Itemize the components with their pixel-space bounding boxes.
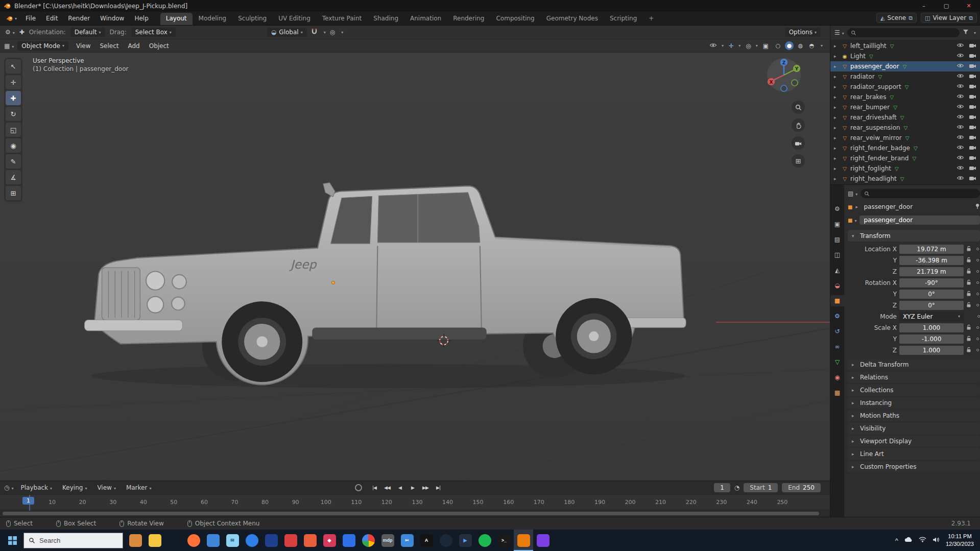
previous-keyframe-button[interactable]: ◀◀ [381,483,393,492]
hide-in-viewport-icon[interactable] [957,124,964,131]
chevron-down-icon[interactable]: ▾ [324,30,326,35]
outliner-search-field[interactable] [847,28,960,37]
volume-icon[interactable] [933,537,940,544]
editor-type-icon[interactable]: ▤▾ [848,190,857,197]
outliner-item[interactable]: ▸ ◉ Light ▽ [830,51,980,61]
disable-in-renders-icon[interactable] [969,53,976,60]
disable-in-renders-icon[interactable] [969,73,976,80]
tab-modifiers[interactable]: ⚙ [830,310,844,322]
taskbar-icon-file-explorer[interactable] [145,530,164,551]
taskbar-icon-security[interactable] [300,530,320,551]
timeline-menu-item[interactable]: View▾ [92,482,121,493]
navigation-gizmo[interactable]: Z Y X [766,57,802,93]
properties-section-header[interactable]: ▸ Line Art [848,448,980,460]
window-maximize-button[interactable]: ▢ [935,0,958,12]
hide-in-viewport-icon[interactable] [957,165,964,172]
animate-property-dot[interactable] [976,281,979,284]
show-hidden-icons-chevron[interactable]: ^ [895,537,898,544]
hide-in-viewport-icon[interactable] [957,73,964,80]
next-keyframe-button[interactable]: ▶▶ [420,483,431,492]
shading-material-icon[interactable]: ◍ [796,41,805,50]
auto-keying-toggle[interactable] [355,484,362,491]
number-field[interactable]: 19.072 m [899,245,964,254]
disable-in-renders-icon[interactable] [969,175,976,182]
lock-icon[interactable] [966,257,971,264]
taskbar-icon-steam[interactable] [436,530,456,551]
lock-icon[interactable] [966,246,971,253]
menubar-item[interactable]: Window [95,13,129,24]
taskbar-icon-contacts-folder[interactable] [126,530,145,551]
transform-orientation-dropdown[interactable]: ◒ Global▾ [267,28,307,37]
lock-icon[interactable] [966,347,971,354]
outliner-item[interactable]: ▸ ▽ right_headlight ▽ [830,174,980,184]
animate-property-dot[interactable] [976,304,979,306]
taskbar-icon-media-player[interactable]: mdp [378,530,397,551]
outliner-item[interactable]: ▸ ▽ passenger_door ▽ [830,61,980,71]
outliner-item[interactable]: ▸ ▽ radiator ▽ [830,71,980,82]
view-layer-selector[interactable]: ◫ View Layer ⧉ [921,13,977,23]
editor-type-icon[interactable]: ⚙▾ [5,29,15,36]
play-button[interactable]: ▶ [407,483,418,492]
window-close-button[interactable]: ✕ [958,0,980,12]
number-field[interactable]: -36.398 m [899,256,964,265]
tool-measure[interactable]: ∡ [6,170,21,184]
tool-tweak-select[interactable]: ↖ [6,59,21,74]
tool-cursor[interactable]: ✛ [6,75,21,89]
editor-type-icon[interactable]: ▦▾ [4,42,14,50]
camera-view-button[interactable] [792,136,805,150]
animate-property-dot[interactable] [976,270,979,273]
blender-menu-button[interactable]: ▾ [3,12,20,25]
taskbar-clock[interactable]: 10:11 PM 12/30/2023 [946,533,974,548]
tab-tool[interactable]: ⚙ [830,203,844,214]
new-scene-icon[interactable]: ⧉ [909,15,913,21]
tab-scene[interactable]: ◭ [830,265,844,276]
animate-property-dot[interactable] [976,248,979,250]
outliner-item[interactable]: ▸ ▽ rear_suspension ▽ [830,123,980,133]
number-field[interactable]: 21.719 m [899,267,964,276]
disable-in-renders-icon[interactable] [969,63,976,70]
chevron-down-icon[interactable]: ▾ [974,31,976,35]
viewport-menu-item[interactable]: Select [95,41,123,51]
orthographic-toggle-button[interactable]: ⊞ [792,154,805,167]
number-field[interactable]: 1.000 [899,346,964,355]
hide-in-viewport-icon[interactable] [957,104,964,111]
hide-in-viewport-icon[interactable] [957,145,964,152]
hide-in-viewport-icon[interactable] [957,175,964,182]
tool-rotate[interactable]: ↻ [6,107,21,121]
outliner-item[interactable]: ▸ ▽ right_fender_badge ▽ [830,143,980,153]
number-field[interactable]: 0° [899,301,964,310]
end-frame-field[interactable]: End250 [782,483,821,492]
taskbar-icon-gem[interactable]: ◆ [320,530,339,551]
timeline-scrollbar[interactable] [0,510,830,517]
properties-section-header[interactable]: ▸ Delta Transform [848,359,980,370]
properties-section-header[interactable]: ▸ Viewport Display [848,436,980,447]
chevron-down-icon[interactable]: ▾ [821,43,823,48]
workspace-tab[interactable]: Texture Paint [317,13,367,25]
disclosure-triangle-icon[interactable]: ▸ [834,74,839,79]
scene-selector[interactable]: ◭ Scene ⧉ [876,13,917,23]
disclosure-triangle-icon[interactable]: ▸ [834,135,839,140]
disable-in-renders-icon[interactable] [969,155,976,162]
taskbar-icon-chrome[interactable] [358,530,378,551]
hide-in-viewport-icon[interactable] [957,114,964,121]
playhead-marker[interactable]: 1 [22,497,34,505]
tab-world[interactable]: ◒ [830,280,844,291]
viewport-menu-item[interactable]: Add [124,41,144,51]
tool-annotate[interactable]: ✎ [6,154,21,169]
disable-in-renders-icon[interactable] [969,42,976,50]
timeline-menu-item[interactable]: Keying▾ [58,482,91,493]
taskbar-icon-wallet[interactable] [533,530,553,551]
pan-hand-button[interactable] [792,118,805,132]
disclosure-triangle-icon[interactable]: ▸ [834,166,839,171]
outliner-item[interactable]: ▸ ▽ right_foglight ▽ [830,163,980,174]
properties-section-header[interactable]: ▸ Collections [848,385,980,396]
viewport-menu-item[interactable]: Object [145,41,173,51]
tab-physics[interactable]: ↺ [830,326,844,337]
3d-viewport[interactable]: Jeep User Perspective (1) Collection | p… [0,53,830,481]
number-field[interactable]: -1.000 [899,334,964,344]
tab-object-data[interactable]: ▽ [830,356,844,368]
overlays-toggle-icon[interactable]: ◎ [746,42,751,50]
properties-section-header[interactable]: ▸ Visibility [848,423,980,434]
properties-section-header[interactable]: ▸ Relations [848,372,980,383]
disclosure-triangle-icon[interactable]: ▸ [834,105,839,110]
